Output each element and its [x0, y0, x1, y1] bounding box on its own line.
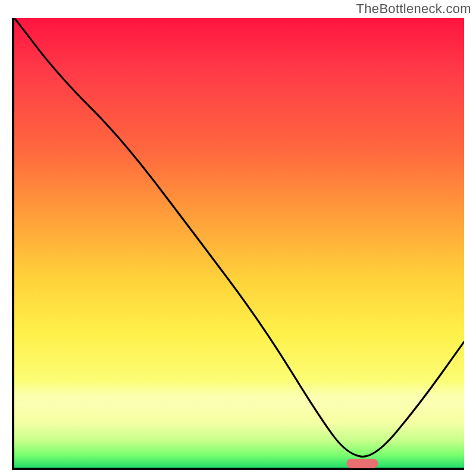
watermark-text: TheBottleneck.com [356, 1, 471, 17]
chart-canvas: TheBottleneck.com [0, 0, 476, 476]
optimal-range-marker [347, 459, 378, 468]
bottleneck-curve [14, 18, 464, 468]
curve-path [14, 18, 464, 456]
plot-area [12, 18, 464, 470]
